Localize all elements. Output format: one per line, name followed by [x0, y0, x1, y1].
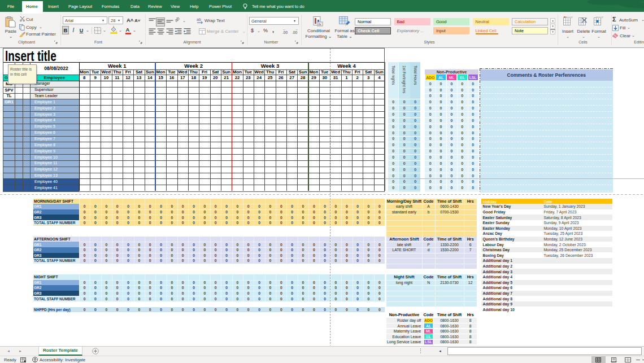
svg-text:ab: ab — [197, 18, 201, 21]
svg-text:.00: .00 — [292, 30, 297, 34]
svg-text:.00: .00 — [282, 30, 288, 34]
